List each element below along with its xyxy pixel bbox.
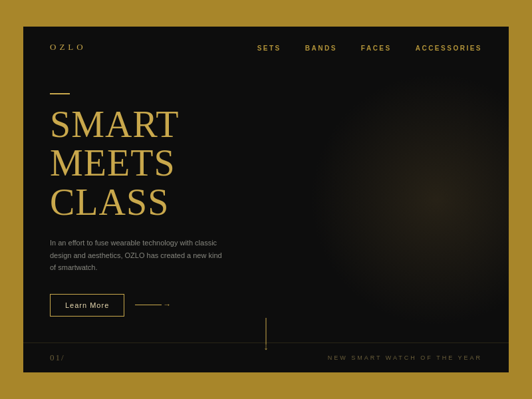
- main-frame: OZLO SETS BANDS FACES ACCESSORIES SMART …: [23, 27, 509, 372]
- accent-line: [50, 93, 70, 94]
- nav-item-bands[interactable]: BANDS: [305, 41, 337, 53]
- hero-headline: SMART MEETS CLASS: [50, 105, 223, 222]
- hero-section: SMART MEETS CLASS In an effort to fuse w…: [50, 93, 223, 317]
- hero-description: In an effort to fuse wearable technology…: [50, 237, 223, 274]
- tagline: NEW SMART WATCH OF THE YEAR: [328, 354, 482, 361]
- logo[interactable]: OZLO: [50, 42, 86, 53]
- nav-item-accessories[interactable]: ACCESSORIES: [416, 41, 482, 53]
- slide-number: 01/: [50, 352, 65, 363]
- cta-row: Learn More →: [50, 294, 223, 317]
- headline-line3: CLASS: [50, 182, 169, 223]
- bottom-bar: 01/ NEW SMART WATCH OF THE YEAR: [23, 342, 509, 372]
- arrow-indicator: →: [135, 300, 171, 310]
- scroll-line: [266, 318, 267, 344]
- nav-links: SETS BANDS FACES ACCESSORIES: [257, 41, 482, 53]
- arrow-line: [135, 305, 162, 305]
- learn-more-button[interactable]: Learn More: [50, 294, 124, 317]
- navigation: OZLO SETS BANDS FACES ACCESSORIES: [23, 27, 509, 68]
- headline-line2: MEETS: [50, 142, 176, 184]
- nav-item-sets[interactable]: SETS: [257, 41, 281, 53]
- headline-line1: SMART: [50, 104, 180, 145]
- nav-item-faces[interactable]: FACES: [361, 41, 392, 53]
- arrow-icon: →: [163, 300, 171, 310]
